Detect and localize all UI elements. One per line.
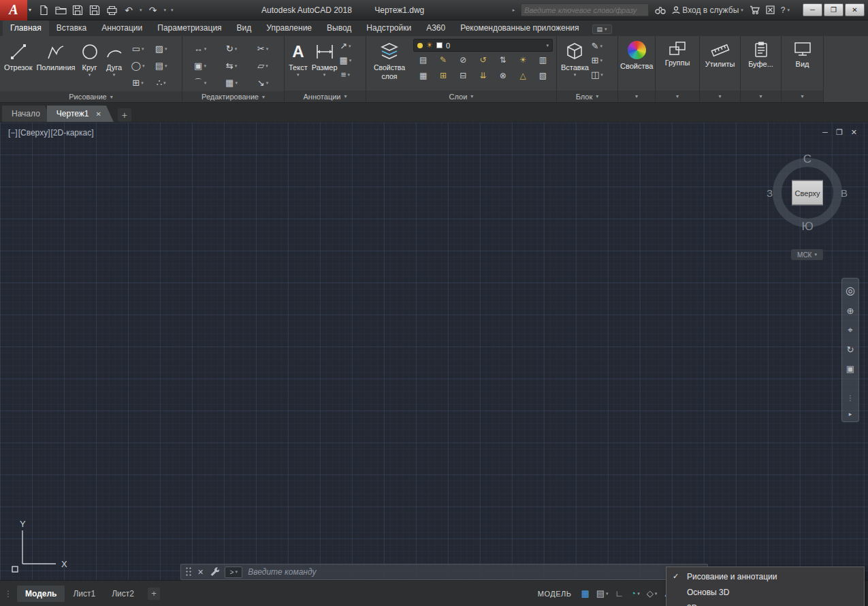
- erase-tool-icon[interactable]: ▱▾: [247, 57, 278, 74]
- layer-tool-icon[interactable]: ⊞: [440, 71, 447, 80]
- panel-label-block[interactable]: Блок ▾: [557, 91, 617, 102]
- layer-tool-icon[interactable]: ▦: [419, 71, 427, 80]
- command-input-hint[interactable]: Введите команду: [248, 567, 316, 577]
- viewcube-east[interactable]: В: [841, 187, 848, 199]
- panel-label-draw[interactable]: Рисование ▾: [0, 91, 182, 102]
- menu-item-3d-basics[interactable]: Основы 3D: [666, 584, 864, 600]
- circle-button[interactable]: Круг ▾: [78, 37, 102, 91]
- ribbon-tab-home[interactable]: Главная: [3, 20, 49, 36]
- ribbon-tab-manage[interactable]: Управление: [259, 20, 319, 36]
- drawing-close-icon[interactable]: ✕: [851, 128, 857, 137]
- ribbon-tab-featured-apps[interactable]: Рекомендованные приложения: [453, 20, 586, 36]
- layout-tab-layout2[interactable]: Лист2: [103, 586, 142, 602]
- layer-tool-icon[interactable]: ↺: [479, 55, 486, 65]
- ribbon-tab-parametric[interactable]: Параметризация: [150, 20, 229, 36]
- panel-label-annotation[interactable]: Аннотации ▾: [285, 91, 366, 102]
- panel-label-properties[interactable]: ▾: [618, 91, 655, 102]
- panel-label-view[interactable]: ▾: [782, 91, 823, 102]
- viewcube-south[interactable]: Ю: [801, 220, 813, 234]
- drawing-canvas[interactable]: [−] [Сверху] [2D-каркас] ─ ❐ ✕ С Ю З В С…: [0, 123, 868, 580]
- move-tool-icon[interactable]: ↔▾: [184, 40, 216, 57]
- nav-zoom-icon[interactable]: ⌖: [848, 325, 852, 336]
- command-line[interactable]: ✕ > ▾ Введите команду: [180, 564, 708, 580]
- viewcube-top-face[interactable]: Сверху: [792, 180, 823, 206]
- drawing-minimize-icon[interactable]: ─: [822, 128, 828, 137]
- panel-label-utilities[interactable]: ▾: [700, 91, 740, 102]
- viewcube-north[interactable]: С: [803, 153, 811, 166]
- file-tab-start[interactable]: Начало: [2, 106, 52, 122]
- drawing-restore-icon[interactable]: ❐: [836, 128, 843, 137]
- panel-label-clipboard[interactable]: ▾: [741, 91, 781, 102]
- text-style-tool-icon[interactable]: ≡▾: [340, 69, 352, 80]
- layer-tool-icon[interactable]: ⇅: [500, 55, 507, 65]
- model-space-toggle[interactable]: МОДЕЛЬ: [538, 590, 572, 598]
- plot-icon[interactable]: [106, 4, 118, 16]
- file-tab-close-icon[interactable]: ✕: [96, 110, 101, 118]
- navbar-expand-icon[interactable]: ▸: [849, 411, 852, 417]
- ribbon-tab-annotate[interactable]: Аннотации: [94, 20, 150, 36]
- viewcube-ucs-menu[interactable]: МСК ▾: [791, 249, 823, 260]
- viewport-menu-control[interactable]: [−]: [8, 128, 18, 138]
- nav-wheel-icon[interactable]: ◎: [846, 284, 855, 297]
- search-collapse-icon[interactable]: ▸: [513, 7, 515, 13]
- app-menu-caret-icon[interactable]: ▾: [29, 7, 31, 13]
- utilities-button[interactable]: Утилиты: [702, 37, 738, 91]
- redo-caret-icon[interactable]: ▾: [164, 7, 167, 13]
- viewcube-west[interactable]: З: [767, 187, 773, 199]
- layer-properties-button[interactable]: Свойства слоя: [368, 37, 411, 91]
- layer-tool-icon[interactable]: ✎: [440, 55, 447, 65]
- panel-label-groups[interactable]: ▾: [656, 91, 699, 102]
- arc-button[interactable]: Дуга ▾: [102, 37, 127, 91]
- ribbon-tab-a360[interactable]: A360: [419, 20, 453, 36]
- panel-label-modify[interactable]: Редактирование ▾: [182, 91, 284, 102]
- groups-button[interactable]: Группы: [658, 37, 697, 91]
- layer-tool-icon[interactable]: ▤: [419, 55, 427, 65]
- leader-tool-icon[interactable]: ↗▾: [340, 41, 352, 51]
- exchange-apps-icon[interactable]: [766, 5, 775, 14]
- trim-tool-icon[interactable]: ✂▾: [247, 40, 278, 57]
- layer-tool-icon[interactable]: ⊟: [460, 71, 466, 80]
- layer-tool-icon[interactable]: △: [519, 71, 526, 80]
- properties-button[interactable]: Свойства: [620, 37, 653, 91]
- help-control[interactable]: ? ▾: [781, 5, 790, 15]
- search-input[interactable]: [521, 6, 648, 14]
- copy-tool-icon[interactable]: ▣▾: [184, 57, 216, 74]
- line-button[interactable]: Отрезок: [2, 37, 34, 91]
- dimension-button[interactable]: Размер ▾: [310, 37, 340, 91]
- nav-pan-icon[interactable]: ⊕: [847, 306, 854, 316]
- restore-button[interactable]: ❐: [824, 3, 843, 16]
- redo-icon[interactable]: ↷: [147, 4, 159, 16]
- application-menu-button[interactable]: A: [0, 0, 27, 20]
- ribbon-tab-output[interactable]: Вывод: [319, 20, 359, 36]
- ribbon-tab-view[interactable]: Вид: [229, 20, 259, 36]
- navbar-grip-icon[interactable]: ⋮: [847, 394, 854, 402]
- mirror-tool-icon[interactable]: ⇆▾: [216, 57, 247, 74]
- nav-showmotion-icon[interactable]: ▣: [846, 364, 854, 374]
- ellipse-tool-icon[interactable]: ◯▾: [127, 57, 150, 74]
- search-binoculars-icon[interactable]: [655, 6, 666, 14]
- layer-tool-icon[interactable]: ⊘: [460, 55, 466, 65]
- command-line-grip[interactable]: [185, 567, 192, 577]
- point-tool-icon[interactable]: ∴▾: [150, 74, 173, 91]
- file-tab-drawing1[interactable]: Чертеж1 ✕: [47, 106, 114, 122]
- new-file-icon[interactable]: [37, 4, 50, 16]
- layer-select-combo[interactable]: ☀ 0 ▾: [413, 39, 553, 52]
- text-button[interactable]: А Текст ▾: [287, 37, 310, 91]
- viewport-view-control[interactable]: [Сверху]: [18, 128, 50, 138]
- layout-tab-model[interactable]: Модель: [17, 586, 65, 602]
- snap-mode-icon[interactable]: ▤▾: [596, 588, 609, 599]
- grid-display-icon[interactable]: ▦: [581, 588, 589, 599]
- layer-tool-icon[interactable]: ▥: [539, 55, 547, 65]
- save-icon[interactable]: [71, 4, 84, 16]
- ribbon-tab-insert[interactable]: Вставка: [49, 20, 95, 36]
- new-layout-button[interactable]: +: [148, 588, 160, 600]
- layer-tool-icon[interactable]: ⊗: [500, 71, 507, 80]
- ribbon-display-toggle[interactable]: ▤ ▾: [592, 25, 612, 34]
- statusbar-grip-icon[interactable]: ⋮: [4, 589, 12, 599]
- hatch-tool-icon[interactable]: ▨▾: [150, 40, 173, 57]
- menu-item-3d-modeling[interactable]: 3D-моделирование: [666, 600, 864, 606]
- stretch-tool-icon[interactable]: ↘▾: [247, 74, 278, 91]
- layer-tool-icon[interactable]: ▧: [539, 71, 547, 80]
- fillet-tool-icon[interactable]: ⌒▾: [184, 74, 216, 91]
- command-line-close-icon[interactable]: ✕: [197, 568, 204, 577]
